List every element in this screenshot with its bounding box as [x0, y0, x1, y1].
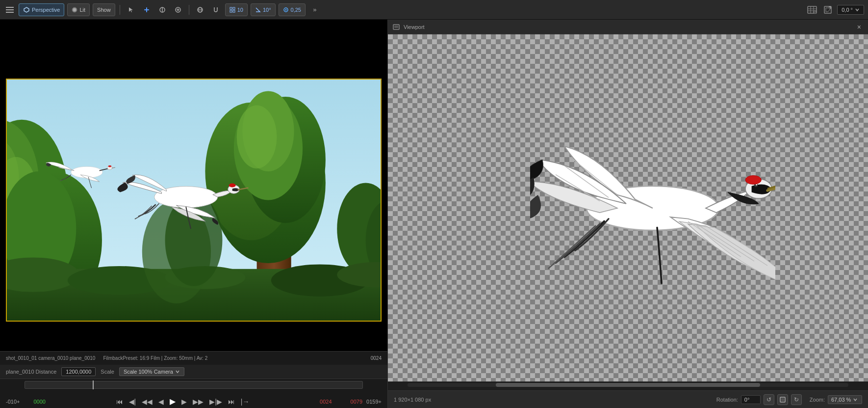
toolbar-right: 0,0 ° [806, 3, 864, 16]
viewport-crane-container [530, 115, 775, 301]
angle-display[interactable]: 0,0 ° [837, 5, 864, 15]
viewport-3d[interactable] [0, 20, 387, 351]
snap-number-button[interactable]: 0,25 [279, 3, 306, 16]
rotation-label: Rotation: [716, 397, 738, 403]
zoom-dropdown-icon [853, 397, 858, 402]
frame-end: 0024 [318, 399, 333, 405]
viewport-bottom-bar: 1 920×1 080 px Rotation: 0° ↺ ↻ [388, 390, 868, 408]
zoom-label: Zoom: [810, 397, 825, 403]
scale-dropdown-label: Scale 100% Camera [124, 369, 173, 375]
prev-single-button[interactable]: ◀ [157, 398, 165, 406]
snap-icon [212, 6, 219, 13]
timeline-playhead [93, 381, 94, 389]
rotate-cw-button[interactable]: ↻ [791, 394, 802, 405]
svg-point-59 [108, 165, 111, 167]
extrude-button[interactable] [172, 3, 184, 16]
svg-marker-0 [24, 7, 29, 12]
select-icon [128, 6, 134, 13]
svg-point-2 [73, 8, 76, 11]
perspective-icon [23, 6, 30, 13]
zoom-group: Zoom: 67,03 % [810, 395, 862, 404]
top-toolbar: Perspective Lit Show [0, 0, 868, 20]
grid-icon [230, 7, 235, 13]
viewport-info-bar: shot_0010_01 camera_0010 plane_0010 Film… [0, 351, 387, 365]
grid-overlay-button[interactable] [806, 3, 818, 16]
main-content: shot_0010_01 camera_0010 plane_0010 Film… [0, 20, 868, 408]
svg-rect-13 [230, 7, 232, 9]
play-button[interactable]: ▶ [168, 397, 177, 406]
next-single-button[interactable]: ▶ [180, 398, 188, 406]
perspective-button[interactable]: Perspective [19, 3, 64, 16]
prev-frame-button[interactable]: ◀◀ [140, 398, 154, 406]
filmback-info: FilmbackPreset: 16:9 Film | Zoom: 50mm |… [103, 355, 207, 361]
snap-number: 0,25 [291, 7, 301, 13]
frame-start-negative: -010+ [4, 399, 22, 405]
rotation-group: Rotation: 0° ↺ ↻ [716, 394, 802, 405]
shot-info: shot_0010_01 camera_0010 plane_0010 [6, 355, 95, 361]
scene-svg [7, 80, 381, 321]
frame-total: 0159+ [364, 399, 383, 405]
scale-dropdown[interactable]: Scale 100% Camera [119, 367, 184, 376]
angle-button[interactable]: 10° [251, 3, 276, 16]
jump-end-button[interactable]: ⏭ [227, 398, 236, 406]
more-tools-icon: » [313, 6, 316, 13]
jump-start-button[interactable]: ⏮ [115, 398, 125, 406]
next-frame-button[interactable]: ▶▶ [191, 398, 205, 406]
angle-icon [255, 7, 261, 13]
svg-rect-4 [146, 7, 147, 12]
distance-bar: plane_0010 Distance 1200,0000 Scale Scal… [0, 365, 387, 379]
fit-view-button[interactable] [777, 394, 788, 405]
viewport-title: Viewport [404, 24, 425, 30]
frame-red: 0079 [349, 399, 364, 405]
svg-point-38 [237, 106, 277, 169]
lit-label: Lit [79, 7, 85, 13]
rotation-value-field[interactable]: 0° [741, 395, 761, 404]
show-button[interactable]: Show [93, 3, 115, 16]
next-keyframe-button[interactable]: ▶|▶ [208, 398, 224, 406]
zoom-value-field[interactable]: 67,03 % [828, 395, 862, 404]
separator-2 [189, 5, 189, 15]
svg-rect-25 [824, 6, 831, 13]
viewport-close-button[interactable]: × [855, 23, 863, 31]
timeline-track[interactable] [25, 381, 363, 389]
add-mesh-icon [143, 6, 150, 13]
hamburger-menu[interactable] [4, 5, 16, 15]
grid-overlay-icon [807, 6, 817, 14]
select-tool-button[interactable] [125, 3, 137, 16]
svg-point-75 [745, 175, 761, 184]
snap-button[interactable] [209, 3, 222, 16]
viewport-crane-svg [530, 115, 775, 301]
more-tools-button[interactable]: » [308, 3, 321, 16]
rotate-ccw-button[interactable]: ↺ [764, 394, 774, 405]
svg-rect-77 [781, 398, 784, 401]
scrollbar-thumb[interactable] [496, 383, 760, 387]
lit-button[interactable]: Lit [67, 3, 90, 16]
angle-value: 0,0 ° [842, 7, 853, 13]
viewport-header-icon [393, 24, 400, 30]
world-icon [197, 6, 204, 13]
extrude-icon [175, 6, 181, 13]
frame-number: 0024 [371, 355, 382, 361]
horizontal-scrollbar[interactable] [408, 383, 848, 387]
scene-frame [6, 79, 382, 322]
loop-button[interactable]: |→ [239, 398, 251, 406]
checker-canvas[interactable] [388, 34, 868, 381]
svg-rect-14 [233, 7, 235, 9]
scale-dropdown-icon [175, 369, 180, 374]
distance-value-field[interactable]: 1200,0000 [61, 367, 96, 376]
add-mesh-button[interactable] [140, 3, 153, 16]
left-panel: shot_0010_01 camera_0010 plane_0010 Film… [0, 20, 387, 408]
world-button[interactable] [194, 3, 206, 16]
grid-button[interactable]: 10 [225, 3, 248, 16]
snap-number-icon [283, 7, 289, 13]
render-button[interactable] [821, 3, 834, 16]
fit-view-icon [779, 396, 786, 403]
svg-point-18 [285, 9, 286, 10]
prev-keyframe-button[interactable]: ◀| [128, 398, 138, 406]
svg-line-70 [697, 224, 754, 261]
loop-cut-button[interactable] [156, 3, 169, 16]
svg-rect-16 [233, 10, 235, 12]
right-panel: Viewport × [387, 20, 868, 408]
resolution-display: 1 920×1 080 px [394, 397, 431, 403]
svg-rect-15 [230, 10, 232, 12]
